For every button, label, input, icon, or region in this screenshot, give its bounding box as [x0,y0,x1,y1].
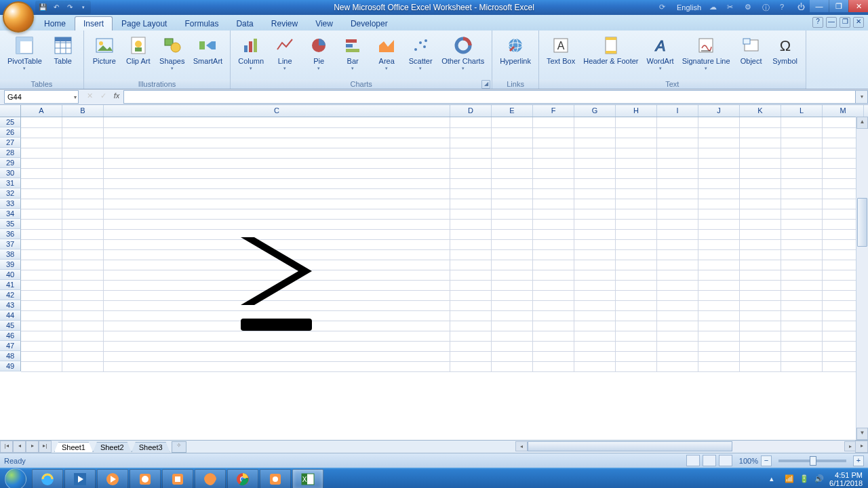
zoom-out-button[interactable]: − [761,455,772,466]
cell[interactable] [698,117,740,128]
cell[interactable] [492,158,533,169]
cell[interactable] [616,260,657,270]
row-header[interactable]: 47 [0,341,21,351]
header-footer-button[interactable]: Header & Footer [580,33,642,67]
cell[interactable] [21,260,62,270]
cell[interactable] [740,300,781,311]
row-header[interactable]: 49 [0,361,21,371]
cell[interactable] [740,138,781,148]
cell[interactable] [657,321,698,331]
cell[interactable] [450,361,492,372]
cell[interactable] [616,270,657,281]
cloud-icon[interactable]: ☁ [709,3,719,12]
cell[interactable] [740,219,781,230]
cell[interactable] [450,310,492,321]
cell[interactable] [781,300,823,311]
cell[interactable] [574,178,616,189]
cell[interactable] [104,249,450,260]
cell[interactable] [492,331,533,342]
cell[interactable] [104,239,450,250]
row-header[interactable]: 28 [0,148,21,158]
cell[interactable] [657,310,698,321]
tab-insert[interactable]: Insert [75,16,113,30]
cell[interactable] [740,158,781,169]
cell[interactable] [450,341,492,352]
cell[interactable] [533,280,574,291]
cell[interactable] [21,361,62,372]
cell[interactable] [616,229,657,240]
scatter-chart-button[interactable]: Scatter▾ [404,33,437,73]
cell[interactable] [533,249,574,260]
zoom-level[interactable]: 100% [739,457,758,465]
cell[interactable] [740,310,781,321]
cell[interactable] [492,310,533,321]
cell[interactable] [698,290,740,301]
cell[interactable] [698,321,740,331]
cell[interactable] [492,341,533,352]
cell[interactable] [450,178,492,189]
cell[interactable] [62,351,104,362]
cell[interactable] [574,321,616,331]
cell[interactable] [533,209,574,220]
cell[interactable] [698,351,740,362]
cell[interactable] [740,117,781,128]
cell[interactable] [450,290,492,301]
cell[interactable] [616,249,657,260]
cell[interactable] [740,351,781,362]
hscroll-end-icon[interactable]: ▸ [855,441,868,453]
cell[interactable] [657,290,698,301]
row-header[interactable]: 30 [0,168,21,178]
cell[interactable] [21,321,62,331]
cell[interactable] [104,361,450,372]
cell[interactable] [616,188,657,199]
cell[interactable] [740,270,781,281]
cell[interactable] [104,341,450,352]
cell[interactable] [657,158,698,169]
cell[interactable] [21,310,62,321]
cell[interactable] [62,229,104,240]
cell[interactable] [450,209,492,220]
cell[interactable] [616,331,657,342]
cell[interactable] [492,188,533,199]
bar-chart-button[interactable]: Bar▾ [336,33,369,73]
cell[interactable] [781,117,823,128]
redo-icon[interactable]: ↷ [65,3,75,12]
cell[interactable] [698,361,740,372]
tab-formulas[interactable]: Formulas [176,16,227,30]
cell[interactable] [616,178,657,189]
tab-review[interactable]: Review [262,16,307,30]
cell[interactable] [533,188,574,199]
cell[interactable] [781,270,823,281]
row-header[interactable]: 27 [0,138,21,148]
cell[interactable] [450,239,492,250]
cell[interactable] [450,229,492,240]
hyperlink-button[interactable]: Hyperlink [496,33,534,67]
line-chart-button[interactable]: Line▾ [269,33,301,73]
cell[interactable] [450,219,492,230]
tab-last-icon[interactable]: ▸| [39,441,52,453]
cell[interactable] [781,361,823,372]
cell[interactable] [62,341,104,352]
row-header[interactable]: 41 [0,280,21,290]
cell[interactable] [450,168,492,179]
cell[interactable] [698,188,740,199]
page-break-view-button[interactable] [719,455,732,466]
col-header-A[interactable]: A [21,105,62,117]
cell[interactable] [62,127,104,138]
cell[interactable] [616,158,657,169]
cell[interactable] [781,341,823,352]
cell[interactable] [533,127,574,138]
cell[interactable] [104,321,450,331]
cell[interactable] [698,168,740,179]
row-header[interactable]: 25 [0,117,21,127]
tab-view[interactable]: View [307,16,342,30]
cell[interactable] [62,199,104,209]
cell[interactable] [574,229,616,240]
cell[interactable] [781,331,823,342]
close-button[interactable]: ✕ [848,0,868,12]
row-header[interactable]: 40 [0,270,21,280]
picture-button[interactable]: Picture [88,33,121,67]
cell[interactable] [492,351,533,362]
cell[interactable] [781,310,823,321]
globe-icon[interactable]: ⓘ [762,3,772,12]
